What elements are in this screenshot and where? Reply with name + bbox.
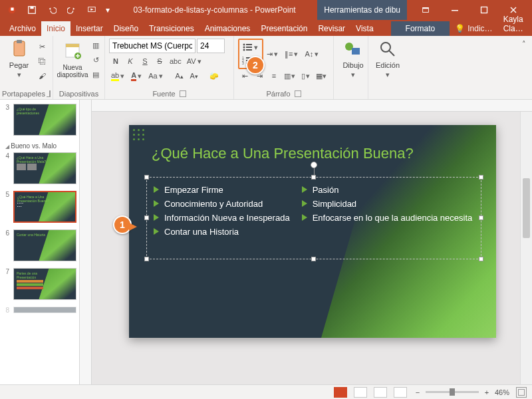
strikethrough-button[interactable]: S [153,55,166,68]
italic-button[interactable]: K [124,55,137,68]
tab-file[interactable]: Archivo [4,21,41,36]
align-left-button[interactable]: ≡ [267,69,281,82]
font-name-input[interactable] [112,41,192,51]
account-name[interactable]: Kayla Cla… [498,12,529,36]
list-item[interactable]: Conocimiento y Autoridad [154,197,290,211]
redo-icon[interactable] [64,2,80,18]
slideshow-view-button[interactable] [394,387,407,398]
increase-list-level-button[interactable]: ⇥▾ [265,47,281,61]
thumbnail-5[interactable]: 5 ¿Qué Hace a Una Presentación Buena?▪ ▪… [3,191,76,223]
dialog-launcher-icon[interactable] [49,90,51,97]
tab-transitions[interactable]: Transiciones [144,21,200,36]
zoom-out-button[interactable]: − [414,388,422,396]
resize-handle[interactable] [479,257,483,261]
text-shadow-button[interactable]: abc [168,55,184,68]
list-item[interactable]: Simplicidad [302,197,473,211]
tell-me[interactable]: 💡Indic… [450,21,497,36]
zoom-slider-thumb[interactable] [450,388,455,396]
list-item[interactable]: Contar una Historia [154,225,290,239]
cut-icon[interactable]: ✂ [35,40,49,53]
increase-font-button[interactable]: A▴ [173,69,186,82]
slide-thumbnails-panel[interactable]: 3 ¿Qué tipo de presentaciones Bueno vs. … [0,100,80,384]
convert-smartart-button[interactable]: ▦▾ [314,69,330,82]
bullets-button[interactable]: ▾ [240,41,261,54]
zoom-in-button[interactable]: + [483,388,491,396]
ribbon-display-options-icon[interactable] [411,0,440,20]
tab-review[interactable]: Revisar [313,21,350,36]
resize-handle[interactable] [144,215,149,220]
underline-button[interactable]: S [138,55,152,68]
normal-view-button[interactable] [334,387,347,398]
qat-customize-icon[interactable]: ▾ [104,2,112,18]
format-painter-icon[interactable]: 🖌 [35,69,49,82]
tab-design[interactable]: Diseño [108,21,144,36]
resize-handle[interactable] [479,175,483,180]
thumbnail-8[interactable]: 8 [3,307,76,314]
resize-handle[interactable] [311,175,316,180]
scrollbar-thumb[interactable] [523,178,530,238]
decrease-font-button[interactable]: A▾ [188,69,201,82]
tab-animations[interactable]: Animaciones [200,21,256,36]
dialog-launcher-icon[interactable] [295,90,301,97]
resize-handle[interactable] [144,257,149,261]
bullet-list-right[interactable]: Pasión Simplicidad Enfocarse en lo que l… [302,183,473,239]
rotate-handle[interactable] [311,162,317,168]
columns-button[interactable]: ▥▾ [282,69,298,82]
undo-icon[interactable] [44,2,60,18]
slide-title[interactable]: ¿Qué Hace a Una Presentación Buena? [152,145,414,162]
drawing-button[interactable]: Dibujo▾ [338,39,368,79]
resize-handle[interactable] [311,257,316,261]
thumbnail-6[interactable]: 6 Contar una Historia [3,229,76,261]
vertical-scrollbar[interactable] [520,112,532,384]
slide-sorter-view-button[interactable] [354,387,367,398]
start-from-beginning-icon[interactable] [84,2,100,18]
thumbnail-7[interactable]: 7 Partes de una Presentación [3,268,76,300]
tab-insert[interactable]: Insertar [70,21,108,36]
section-icon[interactable]: ▤ [89,68,102,81]
list-item[interactable]: Empezar Firme [154,183,290,197]
content-textbox[interactable]: Empezar Firme Conocimiento y Autoridad I… [146,177,481,259]
font-size-combo[interactable] [197,39,225,53]
new-slide-button[interactable]: Nueva diapositiva [57,41,88,78]
paste-button[interactable]: Pegar ▾ [4,39,34,79]
save-icon[interactable] [24,2,40,18]
tab-home[interactable]: Inicio [41,21,70,36]
fit-to-window-button[interactable] [516,387,527,398]
zoom-slider[interactable] [426,391,479,393]
horizontal-ruler [92,100,532,112]
reset-icon[interactable]: ↺ [89,53,102,66]
change-case-button[interactable]: Aa▾ [146,69,166,82]
section-header[interactable]: Bueno vs. Malo [5,142,76,150]
thumbnail-3[interactable]: 3 ¿Qué tipo de presentaciones [3,104,76,136]
bullet-list-left[interactable]: Empezar Firme Conocimiento y Autoridad I… [154,183,290,239]
minimize-button[interactable] [440,0,469,20]
line-spacing-button[interactable]: ‖≡▾ [283,47,301,61]
tab-format[interactable]: Formato [391,21,450,36]
editing-button[interactable]: Edición▾ [372,39,403,79]
resize-handle[interactable] [479,215,483,220]
dialog-launcher-icon[interactable] [180,90,186,97]
font-name-combo[interactable] [109,39,196,53]
text-direction-button[interactable]: A↕▾ [303,47,322,61]
maximize-button[interactable] [469,0,499,20]
layout-icon[interactable]: ▥ [89,39,102,52]
character-spacing-button[interactable]: AV▾ [185,55,205,68]
font-color-button[interactable]: A▾ [129,69,145,82]
share-icon[interactable]: 👤 [529,21,532,36]
tab-slideshow[interactable]: Presentación [255,21,313,36]
slide-canvas[interactable]: ¿Qué Hace a Una Presentación Buena? Empe… [92,112,532,384]
list-item[interactable]: Enfocarse en lo que la audiencia necesit… [302,211,473,225]
highlight-color-button[interactable]: ab▾ [109,69,128,82]
tab-view[interactable]: Vista [350,21,378,36]
collapse-ribbon-icon[interactable]: ˄ [517,37,531,51]
align-text-button[interactable]: ▯▾ [299,69,313,82]
reading-view-button[interactable] [374,387,387,398]
clear-formatting-button[interactable]: 🧽 [207,69,221,82]
font-size-input[interactable] [200,41,221,51]
resize-handle[interactable] [144,175,149,180]
thumbnail-4[interactable]: 4 ¿Qué Hace a Una Presentación Mala? [3,152,76,184]
bold-button[interactable]: N [109,55,122,68]
list-item[interactable]: Pasión [302,183,473,197]
list-item[interactable]: Información Nueva e Inesperada [154,211,290,225]
copy-icon[interactable]: ⿻ [35,55,49,68]
